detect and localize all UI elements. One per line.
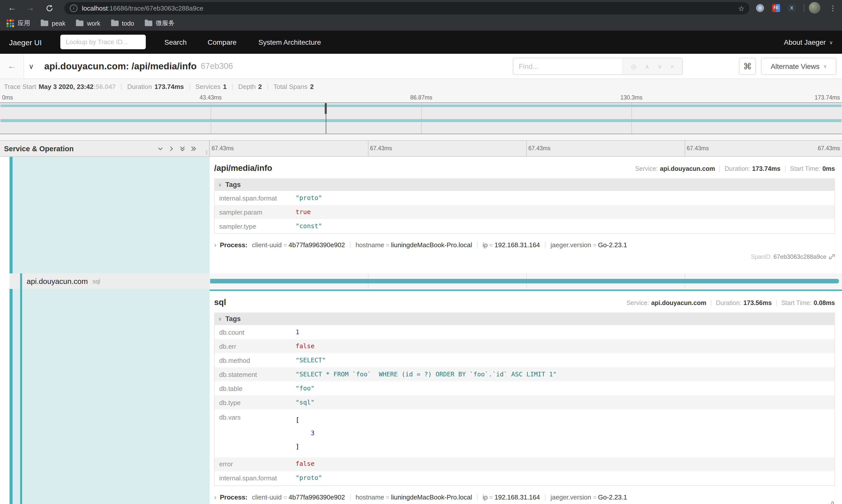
trace-lookup-input[interactable]: Lookup by Trace ID...	[60, 35, 146, 49]
extension-icon-fe[interactable]: FE	[772, 4, 780, 12]
link-icon[interactable]	[828, 501, 834, 504]
tags-table: db.count1db.errfalsedb.method"SELECT"db.…	[214, 325, 835, 486]
find-prev-icon[interactable]: ∧	[645, 62, 649, 70]
alternate-views-button[interactable]: Alternate Views ∨	[761, 58, 837, 75]
nav-link-search[interactable]: Search	[164, 31, 187, 54]
span2-name-column-block	[10, 289, 210, 504]
site-info-icon[interactable]: i	[70, 4, 77, 12]
brand-title[interactable]: Jaeger UI	[9, 31, 42, 54]
process-item: ip=192.168.31.164	[483, 241, 540, 249]
stat-value: 2	[258, 83, 262, 90]
folder-icon	[76, 21, 84, 26]
stat-value: 173.74ms	[154, 83, 184, 90]
link-icon[interactable]	[829, 254, 835, 260]
process-item: hostname=liuningdeMacBook-Pro.local	[355, 241, 472, 249]
tag-value: "SELECT * FROM `foo` WHERE (id = ?) ORDE…	[295, 370, 557, 379]
collapse-trace-chevron-icon[interactable]: ∨	[29, 54, 34, 78]
chevron-right-icon: ›	[214, 241, 216, 249]
expand-all-icon[interactable]	[190, 145, 197, 152]
process-key: hostname	[355, 241, 384, 249]
profile-avatar[interactable]	[809, 2, 820, 14]
process-item: jaeger.version=Go-2.23.1	[551, 241, 627, 249]
alternate-views-label: Alternate Views	[771, 62, 819, 70]
meta-label: Service:	[635, 165, 658, 172]
apps-shortcut[interactable]: 应用	[0, 19, 30, 28]
collapse-all-icon[interactable]	[179, 145, 186, 152]
keyboard-shortcuts-button[interactable]: ⌘	[739, 58, 756, 75]
tag-row: db.type"sql"	[215, 395, 835, 410]
collapse-one-icon[interactable]	[157, 145, 164, 152]
process-key: ip	[483, 493, 488, 501]
span-row-sql[interactable]: api.douyacun.com sql	[0, 273, 842, 289]
span-row-timeline-cell[interactable]	[210, 273, 842, 289]
minimap-scrubber-handle[interactable]	[325, 103, 327, 114]
process-key: ip	[483, 241, 488, 249]
minimap-tick-label: 43.43ms	[200, 94, 222, 101]
tag-key: db.table	[215, 385, 295, 392]
tag-row: sampler.paramtrue	[215, 205, 835, 219]
about-jaeger-menu[interactable]: About Jaeger ∨	[784, 31, 833, 54]
meta-label: Start Time:	[790, 165, 820, 172]
meta-value: 0.08ms	[813, 300, 835, 307]
extension-icon-circle[interactable]	[756, 4, 764, 12]
browser-back-icon[interactable]: ←	[5, 0, 19, 16]
process-value: Go-2.23.1	[598, 241, 627, 249]
process-row[interactable]: ›Process:client-uuid=4b77fa996390e902hos…	[214, 493, 835, 501]
bookmark-item[interactable]: 微服务	[139, 19, 175, 28]
nav-link-compare[interactable]: Compare	[208, 31, 236, 54]
span2-color-strip	[20, 289, 22, 504]
process-key: client-uuid	[252, 241, 282, 249]
tags-section-header[interactable]: ∨Tags	[214, 312, 835, 325]
span-detail-meta: Service:api.douyacun.comDuration:173.56m…	[626, 300, 835, 307]
tag-value: "proto"	[295, 193, 322, 203]
meta-value: api.douyacun.com	[651, 300, 706, 307]
browser-menu-icon[interactable]: ⋮	[829, 0, 837, 16]
url-bar[interactable]: i localhost:16686/trace/67eb3063c288a9ce…	[64, 2, 750, 15]
back-button[interactable]: ←	[0, 54, 24, 78]
find-input[interactable]: Find... ◎ ∧ ∨ ×	[513, 58, 683, 75]
chevron-down-icon: ∨	[829, 39, 833, 45]
bookmark-item[interactable]: todo	[105, 20, 134, 27]
stat-value: 1	[223, 83, 227, 90]
equals-sign: =	[488, 493, 495, 501]
app-root: ← → i localhost:16686/trace/67eb3063c288…	[0, 0, 842, 504]
tag-value: true	[295, 207, 311, 217]
column-resizer-handle[interactable]: ∥	[205, 150, 208, 155]
locate-icon[interactable]: ◎	[631, 62, 637, 70]
span-id-value: 67eb3063c288a9ce	[773, 253, 826, 260]
browser-toolbar: ← → i localhost:16686/trace/67eb3063c288…	[0, 0, 842, 16]
process-row[interactable]: ›Process:client-uuid=4b77fa996390e902hos…	[214, 241, 835, 249]
tags-section: ∨Tagsdb.count1db.errfalsedb.method"SELEC…	[214, 312, 835, 486]
browser-forward-icon[interactable]: →	[23, 0, 37, 16]
tag-key: error	[215, 461, 295, 468]
sql-span-bar[interactable]	[210, 279, 839, 283]
tags-section-header[interactable]: ∨Tags	[214, 178, 835, 191]
tags-section-title: Tags	[226, 181, 241, 188]
folder-icon	[145, 21, 152, 26]
process-key: hostname	[355, 493, 384, 501]
find-placeholder: Find...	[513, 62, 622, 70]
nav-link-system-architecture[interactable]: System Architecture	[258, 31, 321, 54]
process-key: client-uuid	[252, 493, 282, 501]
tag-row: sampler.type"const"	[215, 219, 835, 233]
timeline-minimap[interactable]	[0, 103, 842, 134]
minimap-tick-label: 173.74ms	[814, 94, 840, 101]
meta-value: 173.74ms	[752, 165, 781, 172]
tag-value: 1	[295, 327, 299, 337]
about-jaeger-label: About Jaeger	[784, 38, 826, 46]
bookmark-label: todo	[122, 20, 134, 27]
find-clear-icon[interactable]: ×	[670, 62, 674, 70]
find-next-icon[interactable]: ∨	[658, 62, 662, 70]
bookmark-label: work	[87, 20, 100, 27]
extension-icon-x[interactable]: X	[788, 4, 796, 12]
expand-one-icon[interactable]	[168, 145, 175, 152]
tag-key: internal.span.format	[215, 474, 295, 482]
bookmark-item[interactable]: work	[70, 20, 100, 27]
span-row-name-cell[interactable]: api.douyacun.com sql	[10, 273, 210, 289]
tag-value: "const"	[295, 221, 322, 231]
bookmark-star-icon[interactable]: ☆	[738, 4, 745, 12]
process-label: Process:	[220, 493, 248, 501]
bookmark-item[interactable]: peak	[35, 20, 65, 27]
minimap-gridline	[421, 103, 422, 134]
browser-reload-icon[interactable]	[42, 0, 56, 16]
